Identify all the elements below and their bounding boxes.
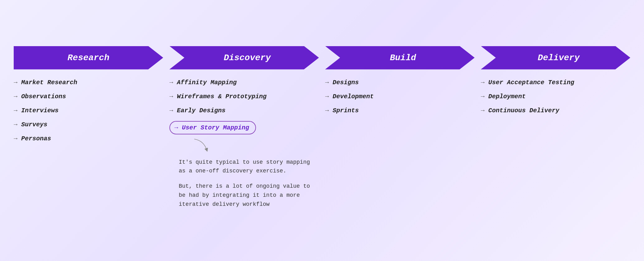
annotation-text: It's quite typical to use story mapping … bbox=[179, 158, 319, 209]
list-item: → Early Designs bbox=[169, 107, 319, 114]
discovery-column: Discovery → Affinity Mapping → Wireframe… bbox=[166, 46, 322, 215]
item-label: Sprints bbox=[333, 107, 359, 114]
circled-label: User Story Mapping bbox=[182, 124, 249, 131]
item-label: Personas bbox=[21, 135, 51, 142]
arrow-icon: → bbox=[325, 93, 329, 100]
arrow-icon: → bbox=[14, 107, 17, 114]
item-label: User Acceptance Testing bbox=[488, 79, 574, 86]
annotation-paragraph-2: But, there is a lot of ongoing value to … bbox=[179, 182, 319, 209]
item-label: Continuous Delivery bbox=[488, 107, 559, 114]
list-item: → Affinity Mapping bbox=[169, 79, 319, 86]
item-label: Deployment bbox=[488, 93, 526, 100]
arrow-icon: → bbox=[14, 79, 17, 86]
list-item: → Continuous Delivery bbox=[481, 107, 630, 114]
arrow-icon: → bbox=[169, 79, 173, 86]
arrow-icon: → bbox=[481, 79, 485, 86]
arrow-icon: → bbox=[481, 93, 485, 100]
build-header: Build bbox=[325, 46, 475, 70]
columns-grid: Research → Market Research → Observation… bbox=[11, 46, 633, 215]
delivery-header: Delivery bbox=[481, 46, 630, 70]
list-item: → Market Research bbox=[14, 79, 163, 86]
list-item: → Development bbox=[325, 93, 475, 100]
item-label: Observations bbox=[21, 93, 66, 100]
research-header: Research bbox=[14, 46, 163, 70]
item-label: Surveys bbox=[21, 121, 47, 128]
item-label: Wireframes & Prototyping bbox=[177, 93, 267, 100]
list-item: → User Acceptance Testing bbox=[481, 79, 630, 86]
arrow-icon: → bbox=[169, 93, 173, 100]
item-label: Early Designs bbox=[177, 107, 225, 114]
arrow-icon: → bbox=[169, 107, 173, 114]
delivery-title: Delivery bbox=[538, 53, 580, 63]
item-label: Development bbox=[333, 93, 374, 100]
arrow-icon: → bbox=[14, 135, 17, 142]
list-item: → Interviews bbox=[14, 107, 163, 114]
annotation-paragraph-1: It's quite typical to use story mapping … bbox=[179, 158, 319, 176]
item-label: Designs bbox=[333, 79, 359, 86]
list-item: → Wireframes & Prototyping bbox=[169, 93, 319, 100]
list-item: → Designs bbox=[325, 79, 475, 86]
item-label: Affinity Mapping bbox=[177, 79, 237, 86]
user-story-mapping-circled: → User Story Mapping bbox=[169, 121, 256, 134]
annotation-area: It's quite typical to use story mapping … bbox=[169, 138, 319, 209]
item-label: Market Research bbox=[21, 79, 77, 86]
main-container: Research → Market Research → Observation… bbox=[11, 46, 633, 215]
arrow-icon: → bbox=[481, 107, 485, 114]
list-item: → Observations bbox=[14, 93, 163, 100]
discovery-header: Discovery bbox=[169, 46, 319, 70]
list-item: → Personas bbox=[14, 135, 163, 142]
arrow-icon: → bbox=[14, 93, 17, 100]
delivery-column: Delivery → User Acceptance Testing → Dep… bbox=[478, 46, 633, 121]
arrow-icon: → bbox=[325, 107, 329, 114]
arrow-icon: → bbox=[174, 124, 178, 131]
list-item: → Surveys bbox=[14, 121, 163, 128]
build-column: Build → Designs → Development → Sprints bbox=[322, 46, 478, 121]
build-title: Build bbox=[390, 53, 416, 63]
item-label: Interviews bbox=[21, 107, 59, 114]
annotation-arrow-svg bbox=[179, 138, 216, 156]
research-column: Research → Market Research → Observation… bbox=[11, 46, 166, 149]
arrow-icon: → bbox=[325, 79, 329, 86]
list-item: → Sprints bbox=[325, 107, 475, 114]
research-title: Research bbox=[68, 53, 109, 63]
circled-item-wrapper: → User Story Mapping bbox=[169, 121, 319, 134]
arrow-icon: → bbox=[14, 121, 17, 128]
list-item: → Deployment bbox=[481, 93, 630, 100]
discovery-title: Discovery bbox=[224, 53, 271, 63]
